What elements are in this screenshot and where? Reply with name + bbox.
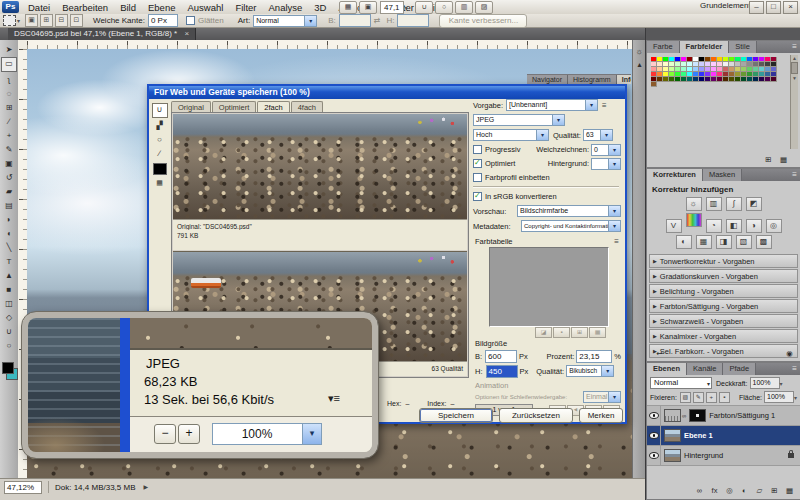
img-width-field[interactable]: 600: [485, 350, 517, 363]
snap-web-color-icon[interactable]: ◪: [535, 327, 552, 338]
curves-icon[interactable]: ∫: [726, 197, 742, 211]
preview-select[interactable]: Bildschirmfarbe ▾: [517, 205, 621, 217]
clone-stamp-tool[interactable]: ▣: [2, 157, 16, 170]
slice-select-tool[interactable]: ▞: [153, 119, 167, 132]
intersect-selection-icon[interactable]: ⊡: [70, 14, 83, 27]
hand-icon[interactable]: ∪: [415, 1, 433, 14]
layer-group-icon[interactable]: ▱: [753, 485, 766, 496]
preview-pane-original[interactable]: [173, 114, 467, 219]
tab-kanäle[interactable]: Kanäle: [687, 363, 723, 375]
chevron-down-icon[interactable]: ▾: [601, 366, 613, 376]
rotate-3d-tool[interactable]: ◫: [2, 297, 16, 310]
layer-mask-icon[interactable]: ◎: [723, 485, 736, 496]
zoom-level-control[interactable]: 47,1 ▾: [380, 1, 408, 14]
dialog-tab-2fach[interactable]: 2fach: [257, 101, 289, 112]
threshold-icon[interactable]: ◨: [716, 235, 732, 249]
eyedropper-tool[interactable]: ∕: [2, 115, 16, 128]
screen-mode-icon[interactable]: ▨: [475, 1, 493, 14]
crop-tool[interactable]: ⊞: [2, 101, 16, 114]
progressive-checkbox[interactable]: [473, 145, 482, 154]
bridge-icon[interactable]: ▦: [339, 1, 357, 14]
delete-color-icon[interactable]: ▦: [589, 327, 606, 338]
panel-menu-icon[interactable]: ≡: [792, 169, 797, 181]
channel-mixer-icon[interactable]: ◎: [766, 219, 782, 233]
layer-thumbnail[interactable]: [664, 409, 681, 422]
maximize-button[interactable]: □: [766, 1, 781, 14]
gradient-map-icon[interactable]: ▧: [736, 235, 752, 249]
tab-ebenen[interactable]: Ebenen: [647, 363, 687, 375]
mask-thumbnail[interactable]: [689, 409, 706, 422]
zoom-out-button[interactable]: −: [154, 424, 176, 444]
link-dimensions-icon[interactable]: ⇄: [374, 16, 381, 25]
toggle-slices-icon[interactable]: ▦: [153, 176, 167, 189]
pen-tool[interactable]: ╲: [2, 241, 16, 254]
levels-icon[interactable]: ▥: [706, 197, 722, 211]
style-select[interactable]: Normal ▾: [253, 15, 317, 27]
menu-bearbeiten[interactable]: Bearbeiten: [56, 0, 114, 14]
marquee-tool-icon[interactable]: [3, 15, 16, 26]
tab-farbfelder[interactable]: Farbfelder: [680, 41, 730, 53]
panel-menu-icon[interactable]: ≡: [614, 237, 619, 246]
panel-menu-icon[interactable]: ≡: [792, 363, 797, 375]
save-button[interactable]: Speichern: [419, 408, 493, 423]
expand-view-icon[interactable]: ◉: [783, 348, 796, 359]
menu-3d[interactable]: 3D: [308, 0, 332, 14]
chevron-down-icon[interactable]: ▾: [304, 16, 316, 26]
lock-position-icon[interactable]: +: [706, 392, 717, 403]
menu-ebene[interactable]: Ebene: [142, 0, 181, 14]
type-tool[interactable]: T: [2, 255, 16, 268]
optimized-checkbox[interactable]: [473, 159, 482, 168]
tab-stile[interactable]: Stile: [729, 41, 757, 53]
expander-icon[interactable]: ▶: [653, 331, 657, 342]
menu-bild[interactable]: Bild: [114, 0, 142, 14]
quality-select[interactable]: 63 ▾: [583, 129, 613, 141]
preset-select[interactable]: [Unbenannt] ▾: [506, 99, 598, 111]
selective-color-icon[interactable]: ▩: [756, 235, 772, 249]
minimize-button[interactable]: –: [749, 1, 764, 14]
chevron-down-icon[interactable]: ▾: [608, 145, 620, 155]
layer-thumbnail[interactable]: [664, 449, 681, 462]
menu-datei[interactable]: Datei: [22, 0, 56, 14]
visibility-toggle[interactable]: [647, 406, 661, 425]
healing-brush-tool[interactable]: +: [2, 129, 16, 142]
photoshop-logo-icon[interactable]: Ps: [2, 1, 19, 13]
arrange-documents-icon[interactable]: ▥: [455, 1, 473, 14]
menu-analyse[interactable]: Analyse: [263, 0, 309, 14]
eyedropper-tool[interactable]: ∕: [153, 147, 167, 160]
link-layers-icon[interactable]: ∞: [693, 485, 706, 496]
chevron-down-icon[interactable]: ▾: [707, 379, 710, 389]
hue-saturation-icon[interactable]: [686, 213, 702, 227]
lock-transparency-icon[interactable]: ▨: [680, 392, 691, 403]
brightness-contrast-icon[interactable]: ☼: [686, 197, 702, 211]
marquee-tool[interactable]: ▭: [1, 57, 17, 72]
lasso-tool[interactable]: ʅ: [2, 73, 16, 86]
exposure-icon[interactable]: ◩: [746, 197, 762, 211]
tab-navigator[interactable]: Navigator: [527, 75, 568, 84]
matte-select[interactable]: ▾: [591, 158, 621, 170]
compression-select[interactable]: Hoch ▾: [473, 129, 549, 141]
foreground-color-swatch[interactable]: [2, 362, 14, 374]
chevron-down-icon[interactable]: ▾: [794, 394, 797, 401]
statusbar-zoom-field[interactable]: 47,12%: [4, 481, 42, 494]
preset-item[interactable]: ▶Kanalmixer - Vorgaben: [649, 329, 798, 343]
zoom-in-button[interactable]: +: [178, 424, 200, 444]
menu-filter[interactable]: Filter: [229, 0, 262, 14]
invert-icon[interactable]: ◐: [676, 235, 692, 249]
lock-pixels-icon[interactable]: ✎: [693, 392, 704, 403]
dodge-tool[interactable]: ◖: [2, 227, 16, 240]
metadata-select[interactable]: Copyright- und Kontaktinformationen ▾: [521, 220, 621, 232]
chevron-down-icon[interactable]: ▾: [405, 4, 408, 11]
expander-icon[interactable]: ▶: [653, 256, 657, 267]
zoom-tool[interactable]: ○: [2, 339, 16, 352]
lock-all-icon[interactable]: ▪: [719, 392, 730, 403]
visibility-toggle[interactable]: [647, 426, 661, 445]
close-icon[interactable]: ×: [184, 29, 189, 38]
layer-row[interactable]: Ebene 1: [647, 426, 800, 446]
feather-field[interactable]: 0 Px: [148, 14, 178, 27]
resample-select[interactable]: Bikubisch ▾: [566, 365, 614, 377]
layer-row[interactable]: Hintergrund: [647, 446, 800, 466]
loop-select[interactable]: Einmal ▾: [583, 391, 621, 403]
chevron-down-icon[interactable]: ▾: [608, 206, 620, 216]
close-button[interactable]: ×: [783, 1, 798, 14]
opacity-field[interactable]: 100%: [750, 377, 780, 389]
